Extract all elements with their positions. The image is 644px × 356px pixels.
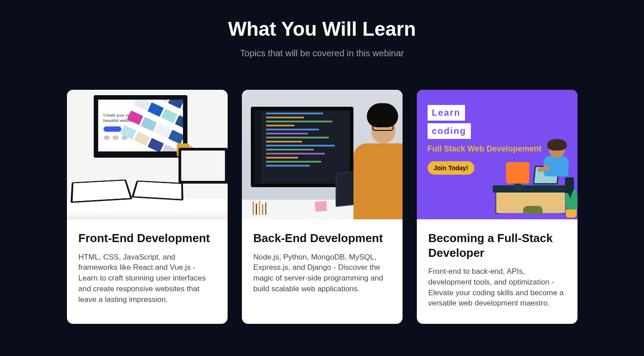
- card-backend: Back-End Development Node.js, Python, Mo…: [242, 90, 403, 324]
- card-description: Node.js, Python, MongoDB, MySQL, Express…: [253, 252, 391, 294]
- shoe-icon: [523, 206, 543, 214]
- tablet-icon: [131, 180, 183, 201]
- desktop-monitor-icon: Create your own beautiful website: [94, 95, 187, 158]
- card-fullstack: Learn coding Full Stack Web Developement…: [417, 90, 578, 324]
- monitor-icon: [506, 162, 529, 184]
- laptop-icon: [179, 148, 228, 184]
- sticky-note-icon: [315, 201, 327, 212]
- card-image-fullstack: Learn coding Full Stack Web Developement…: [417, 90, 578, 219]
- cards-row: Create your own beautiful website: [63, 90, 581, 324]
- tablet-icon: [71, 180, 133, 203]
- section-heading: What You Will Learn: [63, 18, 581, 40]
- illustration-badge: Learn: [428, 105, 465, 121]
- illustration-badge: coding: [428, 123, 471, 139]
- card-title: Front-End Development: [79, 231, 216, 246]
- pencil-cup-icon: [253, 201, 293, 215]
- card-image-backend: [242, 90, 403, 219]
- card-title: Back-End Development: [253, 231, 391, 246]
- section-subheading: Topics that will be covered in this webi…: [63, 48, 581, 59]
- illustration-cta: Join Today!: [428, 161, 475, 175]
- card-description: HTML, CSS, JavaScript, and frameworks li…: [79, 252, 216, 305]
- card-frontend: Create your own beautiful website: [67, 90, 228, 324]
- character-icon: [540, 142, 571, 191]
- card-image-frontend: Create your own beautiful website: [67, 90, 228, 219]
- mock-cta-icon: [104, 126, 121, 132]
- plant-icon: [562, 190, 578, 218]
- learn-section: What You Will Learn Topics that will be …: [54, 18, 590, 324]
- developer-person-icon: [349, 94, 403, 219]
- card-description: Front-end to back-end, APIs, development…: [428, 266, 566, 309]
- card-title: Becoming a Full-Stack Developer: [428, 231, 566, 260]
